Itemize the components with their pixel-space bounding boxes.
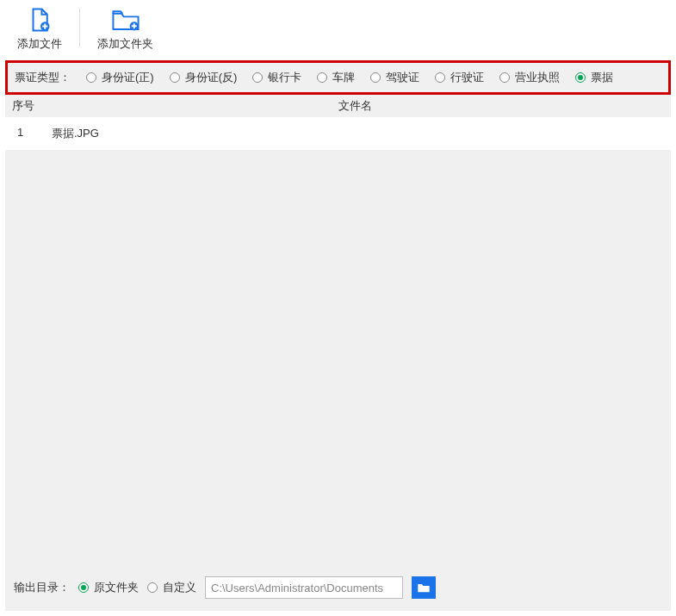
output-label: 输出目录： <box>14 580 70 595</box>
radio-bank-card[interactable]: 银行卡 <box>252 70 301 85</box>
radio-business-license[interactable]: 营业执照 <box>499 70 560 85</box>
table-row[interactable]: 1 票据.JPG <box>5 117 671 150</box>
radio-dot-icon <box>435 72 445 83</box>
radio-dot-icon <box>147 582 158 593</box>
radio-dot-icon <box>170 72 180 83</box>
radio-label: 车牌 <box>332 70 355 85</box>
add-file-icon <box>24 7 55 33</box>
radio-receipt[interactable]: 票据 <box>575 70 613 85</box>
table-body: 1 票据.JPG <box>5 117 671 564</box>
add-folder-label: 添加文件夹 <box>97 36 153 52</box>
radio-label: 身份证(正) <box>102 70 154 85</box>
radio-dot-icon <box>317 72 327 83</box>
folder-icon <box>417 582 431 594</box>
add-file-label: 添加文件 <box>17 36 62 52</box>
radio-label: 自定义 <box>163 580 196 595</box>
toolbar-divider <box>79 9 80 47</box>
add-folder-button[interactable]: 添加文件夹 <box>90 7 160 52</box>
radio-dot-icon <box>575 72 586 83</box>
toolbar: 添加文件 添加文件夹 <box>0 0 676 57</box>
radio-dot-icon <box>252 72 263 83</box>
output-path-input[interactable] <box>205 576 403 599</box>
table-header: 序号 文件名 <box>5 95 671 117</box>
radio-dot-icon <box>499 72 510 83</box>
browse-button[interactable] <box>412 576 436 599</box>
add-folder-icon <box>110 7 141 33</box>
radio-vehicle-license[interactable]: 行驶证 <box>435 70 484 85</box>
cell-num: 1 <box>12 126 47 141</box>
column-header-num: 序号 <box>12 98 47 114</box>
radio-dot-icon <box>370 72 381 83</box>
radio-label: 票据 <box>591 70 613 85</box>
column-header-name: 文件名 <box>47 98 664 114</box>
radio-dot-icon <box>78 582 89 593</box>
ticket-type-row: 票证类型： 身份证(正) 身份证(反) 银行卡 车牌 驾驶证 行驶证 营业执照 <box>8 63 668 92</box>
radio-dot-icon <box>86 72 96 83</box>
radio-id-front[interactable]: 身份证(正) <box>86 70 154 85</box>
radio-label: 银行卡 <box>268 70 301 85</box>
radio-output-custom[interactable]: 自定义 <box>147 580 196 595</box>
radio-drive-license[interactable]: 驾驶证 <box>370 70 419 85</box>
radio-label: 身份证(反) <box>185 70 238 85</box>
radio-label: 驾驶证 <box>386 70 419 85</box>
add-file-button[interactable]: 添加文件 <box>10 7 69 52</box>
highlight-box: 票证类型： 身份证(正) 身份证(反) 银行卡 车牌 驾驶证 行驶证 营业执照 <box>5 60 671 95</box>
radio-output-original[interactable]: 原文件夹 <box>78 580 139 595</box>
radio-label: 原文件夹 <box>94 580 139 595</box>
radio-plate[interactable]: 车牌 <box>317 70 355 85</box>
radio-label: 营业执照 <box>515 70 560 85</box>
output-bar: 输出目录： 原文件夹 自定义 <box>5 564 671 611</box>
radio-id-back[interactable]: 身份证(反) <box>170 70 238 85</box>
cell-name: 票据.JPG <box>47 126 664 141</box>
ticket-type-label: 票证类型： <box>15 70 71 85</box>
radio-label: 行驶证 <box>450 70 484 85</box>
